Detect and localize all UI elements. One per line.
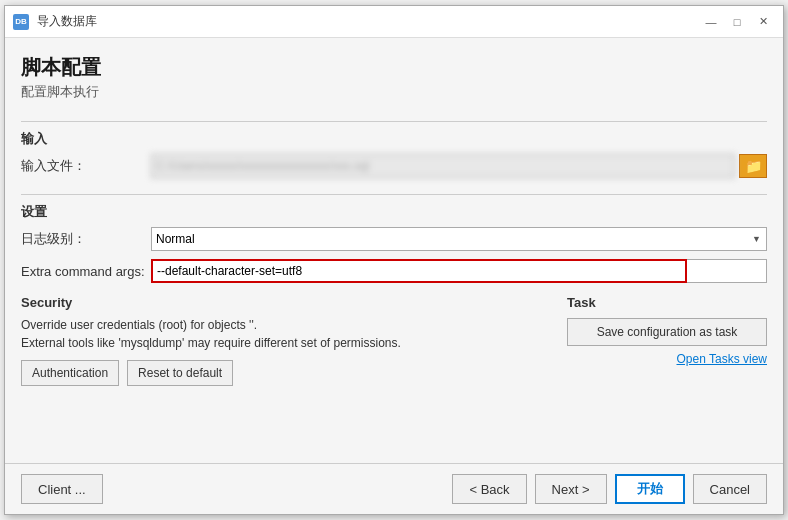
maximize-button[interactable]: □ (725, 11, 749, 33)
save-config-button[interactable]: Save configuration as task (567, 318, 767, 346)
extra-args-suffix-input[interactable] (687, 259, 767, 283)
window-title: 导入数据库 (37, 13, 97, 30)
security-description: Override user credentials (root) for obj… (21, 316, 551, 352)
task-label: Task (567, 295, 767, 310)
reset-button[interactable]: Reset to default (127, 360, 233, 386)
security-line1: Override user credentials (root) for obj… (21, 318, 257, 332)
task-panel: Task Save configuration as task Open Tas… (567, 295, 767, 463)
divider-settings (21, 194, 767, 195)
log-level-select[interactable]: Normal Verbose None (151, 227, 767, 251)
extra-args-row: Extra command args: (21, 259, 767, 283)
log-level-select-wrapper: Normal Verbose None (151, 227, 767, 251)
title-bar-left: DB 导入数据库 (13, 13, 97, 30)
cancel-button[interactable]: Cancel (693, 474, 767, 504)
security-line2: External tools like 'mysqldump' may requ… (21, 336, 401, 350)
app-icon: DB (13, 14, 29, 30)
log-level-label: 日志级别： (21, 230, 151, 248)
main-window: DB 导入数据库 — □ ✕ 脚本配置 配置脚本执行 输入 输入文件： 📁 (4, 5, 784, 515)
footer-right: < Back Next > 开始 Cancel (452, 474, 767, 504)
next-button[interactable]: Next > (535, 474, 607, 504)
file-label: 输入文件： (21, 157, 151, 175)
folder-icon: 📁 (745, 158, 762, 174)
content-area: 脚本配置 配置脚本执行 输入 输入文件： 📁 设置 日志级别： Normal V… (5, 38, 783, 463)
client-button[interactable]: Client ... (21, 474, 103, 504)
back-button[interactable]: < Back (452, 474, 526, 504)
two-panel: Security Override user credentials (root… (21, 295, 767, 463)
divider-input (21, 121, 767, 122)
start-button[interactable]: 开始 (615, 474, 685, 504)
file-input-group: 📁 (151, 154, 767, 178)
extra-args-label: Extra command args: (21, 264, 151, 279)
security-label: Security (21, 295, 551, 310)
file-path-input[interactable] (151, 154, 735, 178)
input-section-label: 输入 (21, 130, 767, 148)
close-button[interactable]: ✕ (751, 11, 775, 33)
minimize-button[interactable]: — (699, 11, 723, 33)
window-controls: — □ ✕ (699, 11, 775, 33)
browse-button[interactable]: 📁 (739, 154, 767, 178)
security-buttons: Authentication Reset to default (21, 360, 551, 386)
footer: Client ... < Back Next > 开始 Cancel (5, 463, 783, 514)
file-input-row: 输入文件： 📁 (21, 154, 767, 178)
page-subtitle: 配置脚本执行 (21, 83, 767, 101)
authentication-button[interactable]: Authentication (21, 360, 119, 386)
footer-left: Client ... (21, 474, 103, 504)
extra-args-input[interactable] (151, 259, 687, 283)
log-level-row: 日志级别： Normal Verbose None (21, 227, 767, 251)
security-panel: Security Override user credentials (root… (21, 295, 551, 463)
open-tasks-link[interactable]: Open Tasks view (567, 352, 767, 366)
page-title: 脚本配置 (21, 54, 767, 81)
settings-section-label: 设置 (21, 203, 767, 221)
title-bar: DB 导入数据库 — □ ✕ (5, 6, 783, 38)
